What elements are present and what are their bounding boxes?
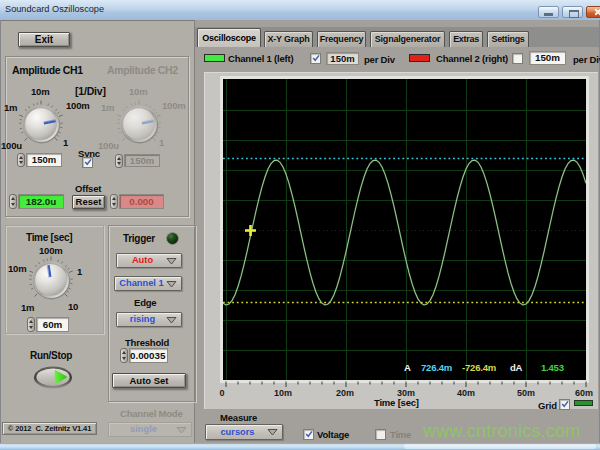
- svg-text:-726.4m: -726.4m: [462, 362, 496, 373]
- svg-text:dA: dA: [510, 362, 523, 373]
- svg-text:A: A: [404, 362, 411, 373]
- svg-text:1.453: 1.453: [541, 362, 564, 373]
- svg-text:726.4m: 726.4m: [421, 362, 452, 373]
